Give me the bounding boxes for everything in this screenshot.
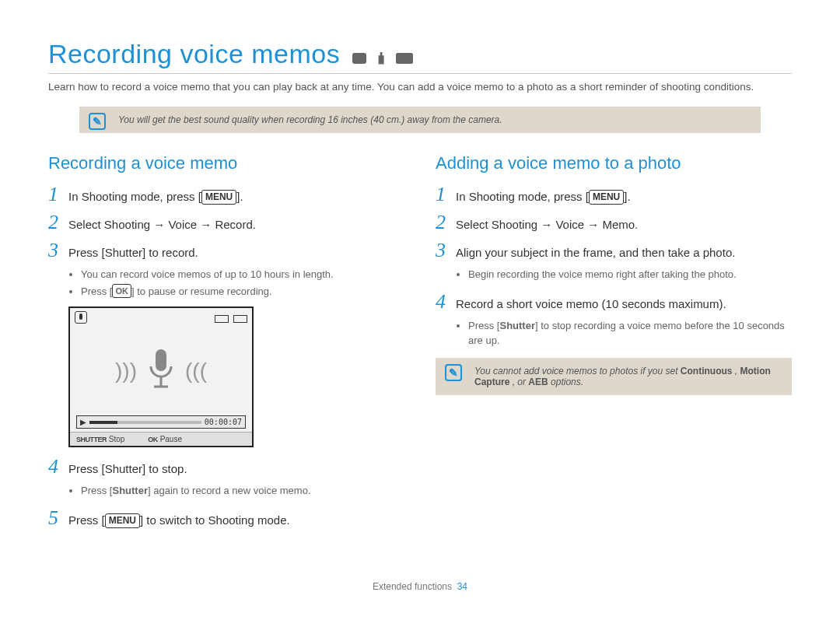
text: ] to switch to Shooting mode.	[140, 513, 290, 527]
screen-bottombar: SHUTTER Stop OK Pause	[70, 432, 252, 446]
svg-rect-0	[156, 349, 166, 371]
text: In Shooting mode, press [	[456, 190, 589, 203]
bold-text: Shutter	[499, 320, 535, 331]
camera-screen-illustration: ))) ((( ▶ 00:00:07 SHUTTER	[68, 306, 254, 447]
note-icon: ✎	[89, 113, 106, 130]
text: ,	[732, 366, 740, 377]
text: ].	[236, 190, 243, 203]
sub-item: Press [OK] to pause or resume recording.	[81, 284, 404, 299]
step-body: Select Shooting → Voice → Record.	[68, 216, 256, 233]
left-step-4: 4 Press [Shutter] to stop.	[48, 455, 404, 478]
left-step-4-sublist: Press [Shutter] again to record a new vo…	[68, 483, 404, 499]
sub-item: Press [Shutter] to stop recording a voic…	[468, 318, 792, 349]
text: Press [	[68, 513, 105, 527]
card-icon	[215, 315, 229, 323]
step-number: 5	[48, 506, 68, 530]
battery-icon	[233, 315, 247, 323]
ok-button-icon: OK	[112, 284, 131, 299]
menu-button-icon: MENU	[201, 190, 236, 205]
text: Press [	[81, 485, 112, 496]
right-step-2: 2 Select Shooting → Voice → Memo.	[436, 211, 792, 234]
scene-mode-icon	[396, 53, 413, 64]
menu-button-icon: MENU	[105, 513, 140, 528]
intro-paragraph: Learn how to record a voice memo that yo…	[48, 80, 792, 95]
screen-topbar	[70, 308, 252, 328]
step-number: 4	[436, 290, 456, 313]
step-number: 3	[436, 239, 456, 262]
elapsed-time: 00:00:07	[205, 418, 242, 426]
sub-item: Press [Shutter] again to record a new vo…	[81, 483, 404, 499]
page-footer: Extended functions 34	[48, 581, 792, 592]
left-step-5: 5 Press [MENU] to switch to Shooting mod…	[48, 506, 404, 530]
left-step-3-sublist: You can record voice memos of up to 10 h…	[68, 267, 404, 299]
text: Press [	[81, 285, 112, 297]
left-step-3: 3 Press [Shutter] to record.	[48, 239, 404, 262]
note-icon: ✎	[445, 364, 462, 381]
shutter-label: SHUTTER	[76, 436, 107, 443]
ok-pause-hint: OK Pause	[148, 435, 182, 443]
sub-item: Begin recording the voice memo right aft…	[468, 267, 792, 282]
step-number: 1	[48, 183, 68, 206]
text: , or	[509, 377, 528, 387]
left-step-2: 2 Select Shooting → Voice → Record.	[48, 211, 404, 234]
step-body: Press [MENU] to switch to Shooting mode.	[68, 512, 290, 528]
sub-item: You can record voice memos of up to 10 h…	[81, 267, 404, 282]
step-body: In Shooting mode, press [MENU].	[456, 188, 631, 205]
soundwave-right-icon: (((	[185, 359, 207, 384]
text: ].	[624, 190, 630, 203]
step-body: Press [Shutter] to record.	[68, 244, 198, 261]
top-note-box: ✎ You will get the best sound quality wh…	[79, 107, 761, 133]
right-step-3-sublist: Begin recording the voice memo right aft…	[456, 267, 792, 282]
menu-button-icon: MENU	[589, 190, 624, 205]
step-number: 1	[436, 183, 456, 206]
left-column: Recording a voice memo 1 In Shooting mod…	[48, 153, 404, 534]
page-title-text: Recording voice memos	[48, 39, 340, 68]
step-body: Press [Shutter] to stop.	[68, 461, 187, 477]
manual-page: Recording voice memos Learn how to recor…	[0, 0, 840, 615]
step-number: 3	[48, 239, 68, 262]
step-body: In Shooting mode, press [MENU].	[68, 188, 243, 205]
left-heading: Recording a voice memo	[48, 153, 404, 173]
microphone-icon	[143, 348, 179, 394]
progress-bar: ▶ 00:00:07	[76, 415, 246, 429]
mic-indicator-icon	[75, 311, 87, 324]
camera-mode-icon	[352, 53, 366, 64]
soundwave-left-icon: )))	[115, 359, 137, 384]
ok-label: OK	[148, 436, 158, 443]
progress-track	[89, 421, 201, 424]
step-number: 4	[48, 455, 68, 478]
right-step-1: 1 In Shooting mode, press [MENU].	[436, 183, 792, 206]
text: ] to pause or resume recording.	[131, 285, 272, 297]
step-body: Select Shooting → Voice → Memo.	[456, 216, 638, 233]
text: options.	[548, 377, 583, 387]
pause-text: Pause	[160, 435, 182, 443]
right-heading: Adding a voice memo to a photo	[436, 153, 792, 173]
right-note-box: ✎ You cannot add voice memos to photos i…	[436, 358, 792, 395]
bold-text: Shutter	[112, 485, 148, 496]
page-title: Recording voice memos	[48, 39, 792, 74]
play-icon: ▶	[80, 418, 86, 426]
left-step-1: 1 In Shooting mode, press [MENU].	[48, 183, 404, 206]
shutter-stop-hint: SHUTTER Stop	[76, 435, 124, 443]
step-number: 2	[48, 211, 68, 234]
text: ] again to record a new voice memo.	[148, 485, 311, 496]
step-number: 2	[436, 211, 456, 234]
footer-section: Extended functions	[373, 581, 452, 592]
stop-text: Stop	[109, 435, 125, 443]
bold-text: Continuous	[681, 366, 733, 377]
text: Press [	[468, 320, 499, 331]
right-step-3: 3 Align your subject in the frame, and t…	[436, 239, 792, 262]
step-body: Align your subject in the frame, and the…	[456, 244, 735, 261]
top-note-text: You will get the best sound quality when…	[118, 114, 502, 125]
text: You cannot add voice memos to photos if …	[474, 366, 681, 377]
mic-graphic-area: ))) (((	[70, 328, 252, 414]
step-body: Record a short voice memo (10 seconds ma…	[456, 296, 726, 312]
right-column: Adding a voice memo to a photo 1 In Shoo…	[436, 153, 792, 534]
two-column-layout: Recording a voice memo 1 In Shooting mod…	[48, 153, 792, 534]
bold-text: AEB	[528, 377, 548, 387]
page-number: 34	[457, 581, 467, 592]
right-step-4-sublist: Press [Shutter] to stop recording a voic…	[456, 318, 792, 349]
right-step-4: 4 Record a short voice memo (10 seconds …	[436, 290, 792, 313]
mode-icons-group	[352, 41, 415, 72]
hand-mode-icon	[376, 52, 387, 65]
